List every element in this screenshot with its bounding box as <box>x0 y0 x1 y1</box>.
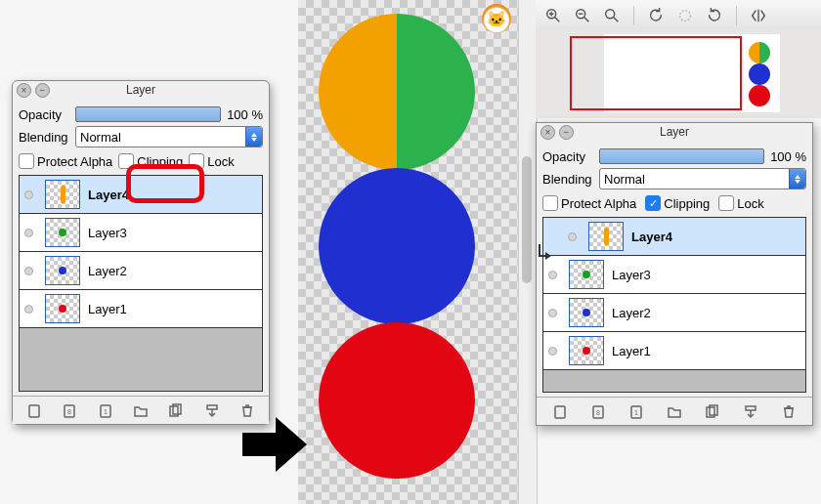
layer-list[interactable]: Layer4Layer3Layer2Layer1 <box>19 175 263 392</box>
nav-shape <box>749 63 770 85</box>
layer-thumbnail <box>45 218 80 247</box>
new-1bit-icon[interactable]: 1 <box>96 401 115 419</box>
protect-alpha-label: Protect Alpha <box>561 196 636 211</box>
new-layer-icon[interactable] <box>550 402 570 420</box>
chevron-updown-icon <box>789 169 805 189</box>
rotate-cw-icon[interactable] <box>705 6 724 25</box>
layer-row[interactable]: Layer3 <box>20 214 262 252</box>
flip-horizontal-icon[interactable] <box>749 6 768 25</box>
opacity-slider[interactable] <box>75 106 221 122</box>
visibility-toggle[interactable] <box>20 305 37 314</box>
layer-thumbnail <box>588 222 624 251</box>
zoom-in-icon[interactable] <box>543 6 563 25</box>
blending-select[interactable]: Normal <box>75 126 263 147</box>
layer-row[interactable]: Layer1 <box>543 332 805 370</box>
visibility-toggle[interactable] <box>20 267 37 275</box>
layer-thumbnail <box>45 294 80 323</box>
navigator-viewport[interactable] <box>570 36 742 110</box>
blending-value: Normal <box>604 172 645 187</box>
zoom-reset-icon[interactable] <box>602 6 622 25</box>
layer-thumbnail <box>45 256 80 285</box>
new-folder-icon[interactable] <box>665 402 684 420</box>
protect-alpha-checkbox[interactable] <box>19 153 34 169</box>
opacity-value: 100 % <box>770 149 806 164</box>
new-1bit-icon[interactable]: 1 <box>627 402 646 420</box>
svg-text:8: 8 <box>67 408 71 415</box>
opacity-label: Opacity <box>542 149 599 164</box>
protect-alpha-checkbox[interactable] <box>542 195 558 211</box>
svg-line-8 <box>614 17 619 21</box>
lock-label: Lock <box>207 154 234 169</box>
panel-title: Layer <box>13 83 269 97</box>
clipping-label: Clipping <box>664 196 710 211</box>
layer-thumbnail <box>569 298 604 327</box>
scrollbar-handle[interactable] <box>522 156 532 283</box>
merge-icon[interactable] <box>202 401 222 419</box>
svg-rect-11 <box>29 405 39 417</box>
layer-panel-right: × − Layer Opacity 100 % Blending Normal … <box>536 122 813 426</box>
chevron-updown-icon <box>245 127 262 147</box>
lock-label: Lock <box>737 196 763 211</box>
protect-alpha-label: Protect Alpha <box>37 154 112 169</box>
visibility-toggle[interactable] <box>543 347 561 356</box>
canvas-circle <box>319 168 475 324</box>
svg-marker-25 <box>545 252 551 260</box>
visibility-toggle[interactable] <box>20 229 37 237</box>
vertical-scrollbar[interactable] <box>518 0 538 504</box>
panel-titlebar[interactable]: × − Layer <box>13 81 269 99</box>
clipping-label: Clipping <box>137 154 183 169</box>
svg-point-9 <box>680 10 691 21</box>
svg-text:1: 1 <box>104 408 108 415</box>
svg-rect-18 <box>555 406 565 418</box>
clipping-checkbox[interactable]: ✓ <box>645 195 661 211</box>
svg-text:8: 8 <box>596 409 600 416</box>
layer-name: Layer3 <box>88 226 262 240</box>
navigator-panel[interactable] <box>536 30 821 118</box>
rotate-ccw-icon[interactable] <box>646 6 666 25</box>
nav-shape <box>749 42 770 63</box>
panel-footer: 81 <box>13 396 269 424</box>
visibility-toggle[interactable] <box>563 232 581 241</box>
blending-select[interactable]: Normal <box>599 168 806 189</box>
visibility-toggle[interactable] <box>20 190 37 199</box>
svg-point-7 <box>606 9 615 18</box>
panel-title: Layer <box>537 125 812 139</box>
clipping-indent-icon <box>536 242 551 260</box>
new-8bit-icon[interactable]: 8 <box>588 402 608 420</box>
layer-row[interactable]: Layer4 <box>543 218 805 256</box>
blending-label: Blending <box>542 172 599 187</box>
layer-list[interactable]: Layer4Layer3Layer2Layer1 <box>542 217 806 393</box>
layer-row[interactable]: Layer3 <box>543 256 805 294</box>
view-toolbar <box>536 0 821 31</box>
duplicate-icon[interactable] <box>166 401 186 419</box>
new-folder-icon[interactable] <box>131 401 151 419</box>
canvas-circle <box>319 14 475 170</box>
rotate-reset-icon[interactable] <box>675 6 695 25</box>
zoom-out-icon[interactable] <box>573 6 592 25</box>
visibility-toggle[interactable] <box>543 309 561 317</box>
canvas-area[interactable] <box>298 0 518 504</box>
svg-line-1 <box>555 17 560 21</box>
toolbar-separator <box>633 6 634 25</box>
app-mascot-badge: 🐱 <box>482 4 511 33</box>
panel-titlebar[interactable]: × − Layer <box>537 123 812 141</box>
duplicate-icon[interactable] <box>703 402 722 420</box>
layer-row[interactable]: Layer1 <box>20 290 262 328</box>
layer-name: Layer4 <box>88 188 262 202</box>
layer-name: Layer1 <box>88 302 262 316</box>
layer-row[interactable]: Layer4 <box>20 176 262 214</box>
panel-footer: 81 <box>537 397 812 425</box>
layer-name: Layer4 <box>631 230 805 244</box>
layer-row[interactable]: Layer2 <box>543 294 805 332</box>
lock-checkbox[interactable] <box>189 153 204 169</box>
lock-checkbox[interactable] <box>718 195 734 211</box>
opacity-slider[interactable] <box>599 148 764 164</box>
visibility-toggle[interactable] <box>543 271 561 279</box>
new-8bit-icon[interactable]: 8 <box>60 401 79 419</box>
new-layer-icon[interactable] <box>24 401 44 419</box>
trash-icon[interactable] <box>779 402 799 420</box>
blending-value: Normal <box>80 130 121 145</box>
clipping-checkbox[interactable] <box>118 153 134 169</box>
merge-icon[interactable] <box>741 402 760 420</box>
layer-row[interactable]: Layer2 <box>20 252 262 290</box>
